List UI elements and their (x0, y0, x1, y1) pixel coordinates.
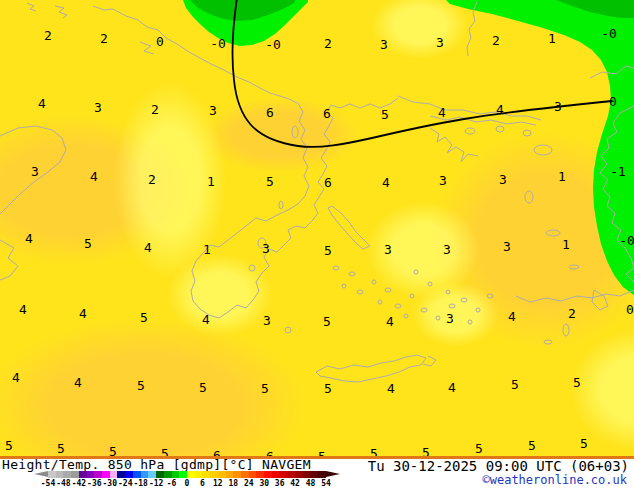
scale-label: 12 (213, 479, 223, 488)
scale-arrow-right-icon (326, 471, 340, 477)
temp-value-label: -0 (601, 27, 617, 40)
temp-value-label: 3 (499, 173, 507, 186)
temp-value-label: 4 (508, 310, 516, 323)
scale-label: -6 (167, 479, 177, 488)
temp-value-label: 1 (203, 243, 211, 256)
temp-value-label: 1 (548, 32, 556, 45)
scale-segment (280, 471, 288, 478)
temp-value-label: -0 (619, 234, 634, 247)
temp-value-label: 3 (503, 240, 511, 253)
temp-value-label: 3 (262, 242, 270, 255)
scale-label: 54 (321, 479, 331, 488)
temperature-color-scale (48, 471, 326, 478)
temp-value-label: 4 (38, 97, 46, 110)
scale-segment (102, 471, 110, 478)
scale-label: -18 (133, 479, 147, 488)
temp-value-label: 3 (31, 165, 39, 178)
temp-value-label: 2 (44, 29, 52, 42)
scale-label: 36 (275, 479, 285, 488)
temp-value-label: 5 (381, 108, 389, 121)
temp-value-label: 2 (100, 32, 108, 45)
temp-value-label: 4 (387, 382, 395, 395)
temp-value-label: 4 (496, 103, 504, 116)
scale-label: 42 (290, 479, 300, 488)
scale-segment (187, 471, 195, 478)
scale-segment (164, 471, 172, 478)
scale-segment (303, 471, 311, 478)
scale-arrow-left-icon (34, 471, 48, 477)
scale-segment (48, 471, 56, 478)
temp-value-label: 3 (384, 243, 392, 256)
temp-value-label: 3 (446, 312, 454, 325)
temp-value-label: 5 (57, 442, 65, 455)
scale-segment (156, 471, 164, 478)
temp-value-label: 4 (386, 315, 394, 328)
scale-label: -12 (149, 479, 163, 488)
scale-label: 48 (306, 479, 316, 488)
temp-value-label: 4 (448, 381, 456, 394)
temp-value-label: 3 (94, 101, 102, 114)
temp-value-label: 5 (261, 382, 269, 395)
scale-label: 24 (244, 479, 254, 488)
scale-segment (241, 471, 249, 478)
temp-value-label: 1 (558, 170, 566, 183)
temp-value-label: 5 (199, 381, 207, 394)
temp-value-label: 3 (439, 174, 447, 187)
temp-value-label: -0 (265, 38, 281, 51)
scale-label: -36 (87, 479, 101, 488)
temp-value-label: 3 (263, 314, 271, 327)
temp-value-label: 5 (511, 378, 519, 391)
scale-segment (133, 471, 141, 478)
temp-value-label: 3 (209, 104, 217, 117)
temp-value-label: 4 (144, 241, 152, 254)
scale-label: 30 (259, 479, 269, 488)
scale-segment (141, 471, 149, 478)
temp-value-label: 5 (266, 175, 274, 188)
scale-segment (125, 471, 133, 478)
scale-segment (210, 471, 218, 478)
temp-value-label: -0 (210, 37, 226, 50)
scale-segment (218, 471, 226, 478)
scale-segment (63, 471, 71, 478)
temp-value-label: 4 (438, 106, 446, 119)
scale-label: -54 (41, 479, 55, 488)
temp-value-label: 6 (323, 107, 331, 120)
temperature-scale-labels: -54-48-42-36-30-24-18-12-606121824303642… (48, 479, 326, 488)
scale-segment (310, 471, 318, 478)
temp-value-label: 5 (324, 244, 332, 257)
temp-value-label: 0 (609, 95, 617, 108)
scale-label: -30 (103, 479, 117, 488)
scale-segment (148, 471, 156, 478)
temp-value-label: 2 (324, 37, 332, 50)
scale-segment (264, 471, 272, 478)
scale-segment (110, 471, 118, 478)
scale-segment (179, 471, 187, 478)
temp-value-label: 4 (25, 232, 33, 245)
temp-value-label: 3 (443, 243, 451, 256)
temp-value-label: 3 (436, 36, 444, 49)
temp-value-label: 3 (554, 100, 562, 113)
temp-value-label: 4 (74, 376, 82, 389)
scale-segment (87, 471, 95, 478)
temp-value-label: 5 (5, 439, 13, 452)
scale-segment (295, 471, 303, 478)
temp-value-label: 6 (266, 106, 274, 119)
temp-value-label: 2 (492, 34, 500, 47)
temp-value-label: 2 (148, 173, 156, 186)
scale-segment (272, 471, 280, 478)
scale-segment (233, 471, 241, 478)
temp-value-label: 5 (84, 237, 92, 250)
scale-segment (249, 471, 257, 478)
copyright-link[interactable]: ©weatheronline.co.uk (483, 474, 628, 487)
temp-value-label: 4 (382, 176, 390, 189)
temp-value-label: 4 (90, 170, 98, 183)
temp-value-label: 1 (562, 238, 570, 251)
temp-value-label: 4 (79, 307, 87, 320)
temp-value-label: 4 (12, 371, 20, 384)
temp-value-label: 5 (137, 379, 145, 392)
footer-bar: Height/Temp. 850 hPa [gdmp][°C] NAVGEM T… (0, 459, 634, 490)
scale-segment (117, 471, 125, 478)
temp-value-label: 5 (475, 442, 483, 455)
temp-value-label: 5 (580, 437, 588, 450)
temp-value-label: 0 (626, 303, 634, 316)
